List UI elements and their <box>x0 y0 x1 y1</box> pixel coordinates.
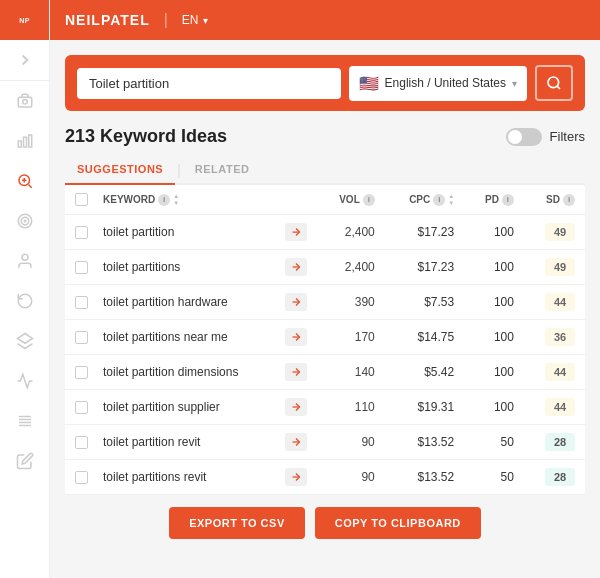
svg-rect-2 <box>18 141 21 147</box>
svg-rect-3 <box>23 137 26 147</box>
sidebar-icon-stack[interactable] <box>0 321 49 361</box>
search-button[interactable] <box>535 65 573 101</box>
table-row: toilet partition dimensions 140 $5.42 10… <box>65 355 585 390</box>
sidebar-icon-chart[interactable] <box>0 121 49 161</box>
sidebar-icon-refresh[interactable] <box>0 281 49 321</box>
sd-badge-4: 44 <box>545 363 575 381</box>
keyword-text-4: toilet partition dimensions <box>103 365 279 379</box>
row-checkbox-0[interactable] <box>75 226 88 239</box>
brand-name: NEILPATEL <box>65 12 150 28</box>
sd-badge-5: 44 <box>545 398 575 416</box>
cell-sd-5: 44 <box>524 390 585 425</box>
results-count: 213 <box>65 126 95 146</box>
select-all-checkbox[interactable] <box>75 193 88 206</box>
sd-info-icon: i <box>563 194 575 206</box>
keyword-text-7: toilet partitions revit <box>103 470 279 484</box>
copy-clipboard-button[interactable]: COPY TO CLIPBOARD <box>315 507 481 539</box>
sidebar-icon-pencil[interactable] <box>0 441 49 481</box>
table-row: toilet partitions near me 170 $14.75 100… <box>65 320 585 355</box>
sidebar-icon-chevron[interactable] <box>0 40 49 80</box>
keyword-arrow-7[interactable] <box>285 468 307 486</box>
cell-keyword-2: toilet partition hardware <box>93 285 317 320</box>
lang-text: English / United States <box>385 76 506 90</box>
sidebar-logo: NP <box>0 0 49 40</box>
sidebar-icon-keywords[interactable] <box>0 161 49 201</box>
sidebar-icon-graph[interactable] <box>0 361 49 401</box>
row-checkbox-2[interactable] <box>75 296 88 309</box>
tab-related[interactable]: RELATED <box>183 157 262 185</box>
keyword-arrow-6[interactable] <box>285 433 307 451</box>
tab-divider: | <box>177 162 181 178</box>
filters-toggle[interactable] <box>506 128 542 146</box>
row-checkbox-4[interactable] <box>75 366 88 379</box>
content-area: 🇺🇸 English / United States ▾ 213 Keyword… <box>50 40 600 578</box>
col-cpc-label: CPC <box>409 194 430 205</box>
cell-sd-1: 49 <box>524 250 585 285</box>
svg-point-11 <box>24 220 26 222</box>
cell-pd-4: 100 <box>464 355 524 390</box>
cell-vol-6: 90 <box>317 425 385 460</box>
keyword-sort[interactable]: ▲▼ <box>173 193 179 206</box>
cell-cpc-4: $5.42 <box>385 355 464 390</box>
cell-sd-7: 28 <box>524 460 585 495</box>
row-checkbox-1[interactable] <box>75 261 88 274</box>
cell-cpc-1: $17.23 <box>385 250 464 285</box>
cell-sd-2: 44 <box>524 285 585 320</box>
sidebar: NP <box>0 0 50 578</box>
sidebar-icon-target[interactable] <box>0 201 49 241</box>
keyword-arrow-3[interactable] <box>285 328 307 346</box>
col-sd-label: SD <box>546 194 560 205</box>
svg-line-6 <box>28 184 31 187</box>
sidebar-icon-person[interactable] <box>0 241 49 281</box>
cell-keyword-3: toilet partitions near me <box>93 320 317 355</box>
cell-sd-3: 36 <box>524 320 585 355</box>
keyword-arrow-2[interactable] <box>285 293 307 311</box>
sidebar-icon-layers[interactable] <box>0 401 49 441</box>
keyword-text-2: toilet partition hardware <box>103 295 279 309</box>
keyword-arrow-1[interactable] <box>285 258 307 276</box>
export-csv-button[interactable]: EXPORT TO CSV <box>169 507 305 539</box>
keyword-arrow-0[interactable] <box>285 223 307 241</box>
keyword-arrow-4[interactable] <box>285 363 307 381</box>
sd-badge-0: 49 <box>545 223 575 241</box>
lang-chevron: ▾ <box>203 15 208 26</box>
results-header: 213 Keyword Ideas Filters <box>65 126 585 147</box>
results-title: 213 Keyword Ideas <box>65 126 227 147</box>
keyword-arrow-5[interactable] <box>285 398 307 416</box>
cell-keyword-5: toilet partition supplier <box>93 390 317 425</box>
cell-sd-6: 28 <box>524 425 585 460</box>
col-vol-label: VOL <box>339 194 360 205</box>
search-bar: 🇺🇸 English / United States ▾ <box>65 55 585 111</box>
cell-keyword-4: toilet partition dimensions <box>93 355 317 390</box>
keyword-text-5: toilet partition supplier <box>103 400 279 414</box>
cell-vol-1: 2,400 <box>317 250 385 285</box>
cell-cpc-2: $7.53 <box>385 285 464 320</box>
pd-info-icon: i <box>502 194 514 206</box>
language-dropdown[interactable]: 🇺🇸 English / United States ▾ <box>349 66 527 101</box>
svg-rect-4 <box>28 135 31 147</box>
cell-cpc-7: $13.52 <box>385 460 464 495</box>
cell-vol-4: 140 <box>317 355 385 390</box>
cell-pd-2: 100 <box>464 285 524 320</box>
col-pd-label: PD <box>485 194 499 205</box>
row-checkbox-3[interactable] <box>75 331 88 344</box>
col-pd: PD i <box>464 185 524 215</box>
cell-keyword-7: toilet partitions revit <box>93 460 317 495</box>
search-input[interactable] <box>77 68 341 99</box>
header: NEILPATEL | EN ▾ <box>50 0 600 40</box>
cpc-sort[interactable]: ▲▼ <box>448 193 454 206</box>
cell-vol-5: 110 <box>317 390 385 425</box>
sidebar-icon-camera[interactable] <box>0 81 49 121</box>
row-checkbox-7[interactable] <box>75 471 88 484</box>
language-selector[interactable]: EN ▾ <box>182 13 208 27</box>
row-checkbox-6[interactable] <box>75 436 88 449</box>
svg-rect-0 <box>18 97 32 107</box>
keyword-text-1: toilet partitions <box>103 260 279 274</box>
row-checkbox-5[interactable] <box>75 401 88 414</box>
filters-label: Filters <box>550 129 585 144</box>
table-row: toilet partitions revit 90 $13.52 50 28 <box>65 460 585 495</box>
sd-badge-7: 28 <box>545 468 575 486</box>
svg-point-18 <box>548 77 559 88</box>
tab-suggestions[interactable]: SUGGESTIONS <box>65 157 175 185</box>
cell-vol-2: 390 <box>317 285 385 320</box>
